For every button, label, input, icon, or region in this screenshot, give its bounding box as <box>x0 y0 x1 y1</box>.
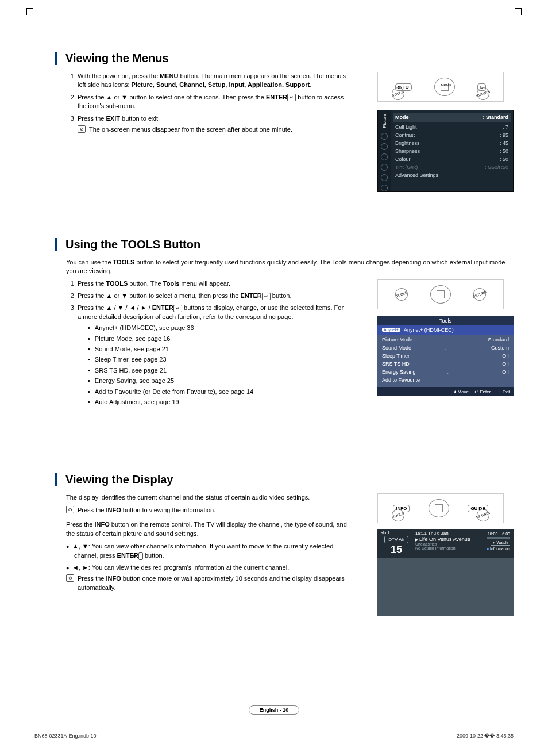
enter-icon: ↵ <box>287 94 296 101</box>
note-icon: ⊘ <box>66 574 74 582</box>
footer-exit: → Exit <box>496 389 510 394</box>
remote-diagram-2: TOOLS RETURN <box>377 279 504 309</box>
section-tools-button: Using the TOOLS Button You can use the T… <box>55 238 514 410</box>
tools-bullet: Energy Saving, see page 25 <box>88 377 348 385</box>
section-viewing-display: Viewing the Display The display identifi… <box>55 473 514 616</box>
remote-dirpad <box>430 285 451 304</box>
info-progress-bar <box>487 537 510 539</box>
remote-dirpad: MENU <box>434 78 455 96</box>
picture-osd-menu: Picture Mode: StandardCell Light: 7Contr… <box>377 110 514 192</box>
picture-tab-label: Picture <box>382 113 387 129</box>
crop-mark-tl <box>26 8 33 15</box>
s1-step2: Press the ▲ or ▼ button to select one of… <box>78 93 348 111</box>
s2-step1: Press the TOOLS button. The Tools menu w… <box>78 279 348 288</box>
osd-tab-icon <box>381 164 388 171</box>
tools-bullet: Add to Favourite (or Delete from Favouri… <box>88 387 348 396</box>
tools-menu-row: Sleep Timer:Off <box>382 352 509 360</box>
remote-tools-btn: TOOLS <box>393 286 410 302</box>
info-watch-btn: ▸ Watch <box>491 540 510 546</box>
osd-tab-icon <box>381 185 388 191</box>
tools-menu-row: SRS TS HD:Off <box>382 360 509 368</box>
section-viewing-menus: Viewing the Menus With the power on, pre… <box>55 52 514 192</box>
enter-icon: ↵ <box>138 552 143 560</box>
picture-menu-row: Brightness: 45 <box>395 139 508 147</box>
picture-menu-row: Mode: Standard <box>393 113 511 122</box>
osd-tab-icon <box>381 153 388 160</box>
picture-menu-row: Contrast: 95 <box>395 131 508 139</box>
s3-bullet2: ◄, ►: You can view the desired program's… <box>66 563 348 573</box>
tools-menu-row: Picture Mode:Standard <box>382 336 509 344</box>
note-icon: ⊘ <box>78 125 86 133</box>
tools-bullet: Sound Mode, see page 21 <box>88 345 348 354</box>
tools-menu-highlight: Anynet+Anynet+ (HDMI-CEC) <box>377 325 514 335</box>
tools-bullet: Auto Adjustment, see page 19 <box>88 398 348 406</box>
info-time-range: 18:00 ~ 6:00 <box>488 532 510 536</box>
picture-menu-row: Sharpness: 50 <box>395 147 508 155</box>
footer-move: ♦ Move <box>454 389 469 394</box>
info-ch-type: DTV Air <box>384 536 408 543</box>
s3-bullet1: ▲, ▼: You can view other channel's infor… <box>66 542 348 561</box>
enter-icon: ↵ <box>173 305 182 312</box>
action-icon: O <box>66 506 74 513</box>
tools-bullet: SRS TS HD, see page 21 <box>88 366 348 375</box>
picture-menu-row: Cell Light: 7 <box>395 123 508 131</box>
s1-step1: With the power on, press the MENU button… <box>78 72 348 90</box>
doc-ref: BN68-02331A-Eng.indb 10 <box>34 733 97 739</box>
heading-tools: Using the TOOLS Button <box>65 238 514 251</box>
s3-intro: The display identifies the current chann… <box>66 493 348 502</box>
tools-menu-row: Add to Favourite <box>382 376 509 384</box>
s3-para: Press the INFO button on the remote cont… <box>66 520 348 538</box>
tools-bullet: Sleep Timer, see page 23 <box>88 355 348 364</box>
s3-note1: Press the INFO button to viewing the inf… <box>78 506 215 515</box>
tools-menu-title: Tools <box>377 316 514 325</box>
remote-return-btn: RETURN <box>472 286 488 302</box>
info-sub2: No Detaild Information <box>415 546 473 550</box>
s2-step2: Press the ▲ or ▼ button to select a menu… <box>78 291 348 300</box>
osd-tab-icon <box>381 143 388 150</box>
tools-menu-row: Energy Saving:Off <box>382 368 509 376</box>
info-datetime: 18:11 Thu 6 Jan <box>415 531 473 536</box>
picture-menu-row: Colour: 50 <box>395 155 508 163</box>
doc-timestamp: 2009-10-22 �� 3:45:35 <box>457 733 514 739</box>
info-ch-num: 15 <box>391 544 402 556</box>
page-number-pill: English - 10 <box>249 705 300 715</box>
osd-tab-icon <box>381 174 388 181</box>
remote-dirpad <box>429 499 449 517</box>
remote-diagram-1: INFO MENU E TOOLS RETURN <box>377 72 504 102</box>
tools-osd-menu: Tools Anynet+Anynet+ (HDMI-CEC) Picture … <box>377 316 514 396</box>
info-osd-display: abc1 DTV Air 15 18:11 Thu 6 Jan Life On … <box>377 529 514 616</box>
tools-menu-row: Sound Mode:Custom <box>382 344 509 352</box>
heading-viewing-menus: Viewing the Menus <box>65 52 514 65</box>
tools-bullet: Anynet+ (HDMI-CEC), see page 36 <box>88 324 348 332</box>
tools-bullet: Picture Mode, see page 16 <box>88 335 348 343</box>
osd-tab-icon <box>381 133 388 140</box>
s1-note: The on-screen menus disappear from the s… <box>89 125 292 134</box>
enter-icon: ↵ <box>262 293 271 300</box>
info-ch-name: abc1 <box>381 531 389 535</box>
info-program: Life On Venus Avenue <box>415 536 473 542</box>
s1-step3: Press the EXIT button to exit. ⊘ The on-… <box>78 114 348 135</box>
heading-display: Viewing the Display <box>65 473 514 486</box>
picture-menu-row: Advanced Settings <box>395 171 508 179</box>
info-sub1: Unclassified <box>415 542 473 546</box>
info-information-label: ■ Information <box>487 547 510 551</box>
remote-diagram-3: INFO GUIDE TOOLS RETURN <box>377 493 504 523</box>
footer-enter: ↵ Enter <box>474 389 491 394</box>
crop-mark-tr <box>515 8 522 15</box>
s3-note2: Press the INFO button once more or wait … <box>78 574 348 592</box>
s2-intro: You can use the TOOLS button to select y… <box>66 258 514 276</box>
tools-menu-footer: ♦ Move ↵ Enter → Exit <box>377 387 514 396</box>
s2-step3: Press the ▲ / ▼ / ◄ / ► / ENTER↵ buttons… <box>78 304 348 406</box>
picture-menu-row: Tint (G/R): G50/R50 <box>395 163 508 171</box>
